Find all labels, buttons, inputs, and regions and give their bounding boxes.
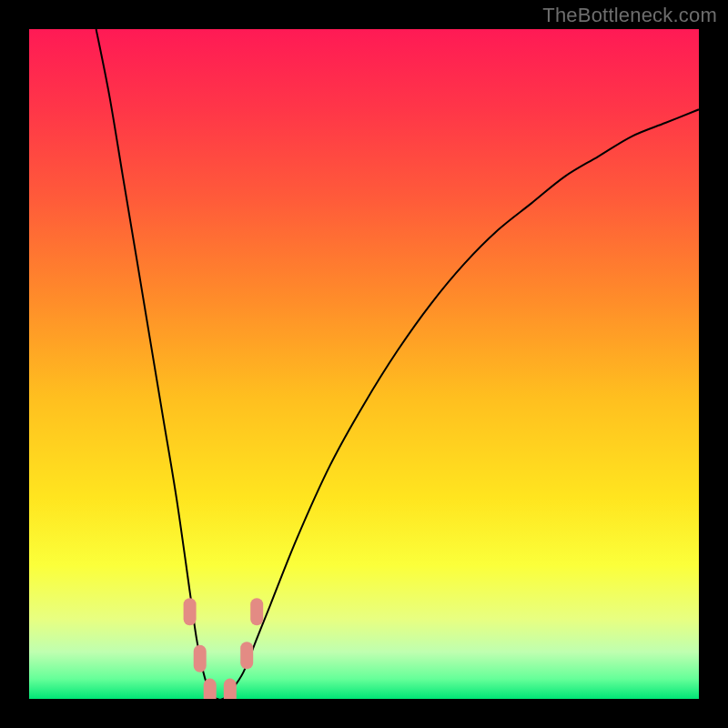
watermark-text: TheBottleneck.com: [542, 4, 717, 27]
plot-area: [29, 29, 699, 699]
curve-marker: [194, 645, 207, 672]
curve-marker: [184, 598, 197, 625]
marker-group: [184, 598, 264, 699]
curve-layer: [29, 29, 699, 699]
curve-marker: [224, 679, 237, 699]
curve-marker: [240, 642, 253, 669]
bottleneck-curve: [96, 29, 699, 699]
curve-marker: [204, 679, 217, 699]
curve-marker: [250, 598, 263, 625]
chart-frame: TheBottleneck.com: [0, 0, 728, 728]
